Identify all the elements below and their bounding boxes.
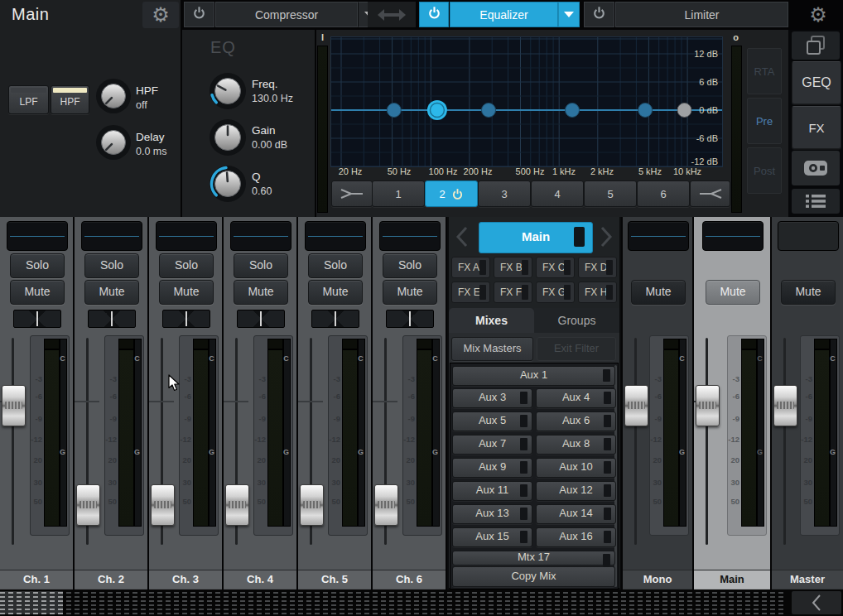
capture-button[interactable] (792, 151, 840, 185)
hpf-knob[interactable] (95, 78, 132, 118)
fx-bus-button-fx-b[interactable]: FX B (494, 257, 532, 278)
settings-button[interactable]: ⚙ (795, 2, 841, 27)
lpf-button[interactable]: LPF (8, 85, 49, 114)
eq-band-button-1[interactable]: 1 (372, 180, 425, 207)
mute-button[interactable]: Mute (159, 280, 214, 305)
solo-button[interactable]: Solo (84, 253, 139, 278)
fader-handle[interactable] (624, 385, 648, 426)
channel-name-label[interactable]: Ch. 2 (75, 570, 147, 589)
scene-list-button[interactable] (792, 189, 840, 214)
compressor-power-button[interactable] (184, 2, 214, 27)
channel-name-label[interactable]: Master (772, 570, 843, 589)
fx-button[interactable]: FX (792, 106, 841, 149)
tab-mixes[interactable]: Mixes (449, 308, 534, 333)
eq-band-button-5[interactable]: 5 (584, 180, 637, 207)
fader-handle[interactable] (300, 484, 324, 526)
eq-band-button-3[interactable]: 3 (478, 180, 531, 207)
compressor-select-button[interactable]: Compressor (215, 2, 358, 27)
fx-bus-button-fx-f[interactable]: FX F (494, 282, 532, 303)
limiter-select-button[interactable]: Limiter (615, 2, 788, 27)
fx-bus-button-fx-h[interactable]: FX H (578, 282, 617, 303)
channel-name-label[interactable]: Ch. 5 (298, 570, 371, 589)
eq-freq-knob[interactable] (209, 72, 247, 113)
hpf-button[interactable]: HPF (51, 85, 89, 114)
pre-button[interactable]: Pre (747, 98, 782, 144)
mute-button[interactable]: Mute (84, 280, 139, 305)
eq-gain-knob[interactable] (209, 118, 247, 160)
channel-eq-thumbnail[interactable] (230, 221, 291, 251)
mute-button[interactable]: Mute (10, 280, 65, 305)
pan-control[interactable] (13, 310, 61, 328)
mute-button[interactable]: Mute (383, 280, 437, 305)
mix-button-aux-14[interactable]: Aux 14 (536, 504, 616, 524)
mix-button-mtx-17[interactable]: Mtx 17 (452, 551, 615, 565)
mix-button-aux-9[interactable]: Aux 9 (452, 458, 532, 478)
channel-name-label[interactable]: Main (694, 570, 770, 589)
fader-handle[interactable] (374, 484, 398, 526)
channel-eq-thumbnail[interactable] (379, 221, 441, 251)
previous-mix-button[interactable] (450, 224, 474, 250)
mix-button-aux-16[interactable]: Aux 16 (536, 527, 616, 547)
post-button[interactable]: Post (747, 147, 782, 194)
fx-bus-button-fx-d[interactable]: FX D (578, 257, 617, 278)
mix-button-aux-1[interactable]: Aux 1 (452, 366, 615, 386)
mix-button-aux-7[interactable]: Aux 7 (452, 435, 532, 455)
equalizer-dropdown-button[interactable] (558, 2, 580, 27)
fx-bus-button-fx-c[interactable]: FX C (536, 257, 575, 278)
fader-handle[interactable] (2, 385, 26, 426)
eq-band-button-2[interactable]: 2 (425, 180, 478, 207)
channel-eq-thumbnail[interactable] (156, 221, 217, 251)
solo-button[interactable]: Solo (383, 253, 437, 278)
mute-button[interactable]: Mute (631, 280, 686, 305)
mix-masters-button[interactable]: Mix Masters (451, 337, 533, 361)
pan-control[interactable] (88, 310, 136, 328)
channel-settings-button[interactable]: ⚙ (142, 2, 179, 28)
channel-name-label[interactable]: Ch. 6 (373, 570, 446, 589)
mute-button[interactable]: Mute (781, 280, 836, 305)
channel-name-label[interactable]: Ch. 1 (0, 570, 73, 589)
channel-eq-thumbnail[interactable] (702, 221, 764, 251)
scroll-left-button[interactable] (792, 591, 841, 614)
mix-button-aux-4[interactable]: Aux 4 (536, 388, 616, 408)
overview-texture[interactable] (0, 591, 787, 614)
fader-handle[interactable] (225, 484, 249, 526)
fader-handle[interactable] (696, 385, 720, 426)
geq-button[interactable]: GEQ (792, 61, 841, 104)
rta-button[interactable]: RTA (747, 48, 782, 94)
mute-button[interactable]: Mute (234, 280, 288, 305)
fx-bus-button-fx-g[interactable]: FX G (536, 282, 575, 303)
equalizer-power-button[interactable] (419, 2, 449, 27)
mix-button-aux-11[interactable]: Aux 11 (452, 481, 532, 501)
eq-band-button-4[interactable]: 4 (531, 180, 584, 207)
channel-eq-thumbnail[interactable] (628, 221, 689, 251)
pan-control[interactable] (162, 310, 210, 328)
solo-button[interactable]: Solo (159, 253, 214, 278)
next-mix-button[interactable] (595, 224, 618, 250)
mute-button[interactable]: Mute (308, 280, 363, 305)
exit-filter-button[interactable]: Exit Filter (537, 337, 616, 361)
mix-button-aux-13[interactable]: Aux 13 (452, 504, 532, 524)
eq-band-button-6[interactable]: 6 (637, 180, 690, 207)
mix-button-aux-12[interactable]: Aux 12 (536, 481, 616, 501)
fx-bus-button-fx-e[interactable]: FX E (451, 282, 490, 303)
mix-button-aux-10[interactable]: Aux 10 (536, 458, 616, 478)
eq-q-knob[interactable] (209, 165, 247, 206)
mute-button[interactable]: Mute (706, 280, 760, 305)
mix-button-aux-5[interactable]: Aux 5 (452, 411, 532, 431)
solo-button[interactable]: Solo (10, 253, 65, 278)
channel-eq-thumbnail[interactable] (81, 221, 142, 251)
eq-hpf-band-button[interactable] (331, 180, 373, 207)
channel-eq-thumbnail[interactable] (7, 221, 68, 251)
pan-control[interactable] (311, 310, 359, 328)
equalizer-select-button[interactable]: Equalizer (450, 2, 558, 27)
fx-bus-button-fx-a[interactable]: FX A (451, 257, 490, 278)
mix-button-aux-15[interactable]: Aux 15 (452, 527, 532, 547)
pan-control[interactable] (237, 310, 285, 328)
copy-button[interactable] (792, 31, 840, 60)
mix-button-aux-8[interactable]: Aux 8 (536, 435, 616, 455)
solo-button[interactable]: Solo (234, 253, 288, 278)
overview-viewport-indicator[interactable] (0, 591, 63, 614)
channel-eq-thumbnail[interactable] (305, 221, 366, 251)
channel-name-label[interactable]: Ch. 4 (224, 570, 296, 589)
channel-name-label[interactable]: Ch. 3 (149, 570, 222, 589)
